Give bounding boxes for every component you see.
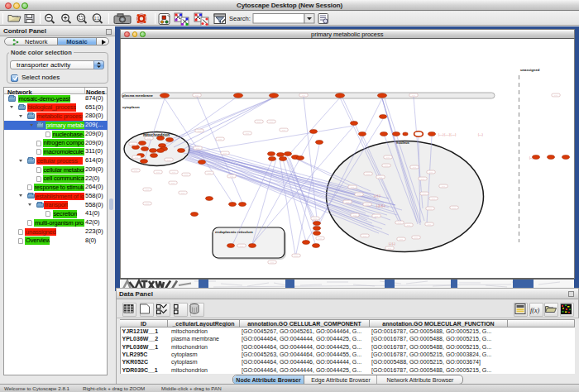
svg-text:cytoplasm: cytoplasm <box>122 105 140 109</box>
svg-text:(---): (---) <box>432 198 435 199</box>
svg-text:(---): (---) <box>313 218 317 219</box>
svg-text:(---): (---) <box>132 143 135 145</box>
svg-text:(---): (---) <box>366 203 369 205</box>
svg-text:(--) (--): (--) (--) <box>389 242 395 246</box>
svg-text:(---): (---) <box>351 186 354 188</box>
svg-text:(---): (---) <box>167 159 170 160</box>
svg-text:(---): (---) <box>398 222 401 223</box>
svg-text:(---): (---) <box>195 94 199 96</box>
svg-text:(---): (---) <box>171 182 175 184</box>
svg-text:(---): (---) <box>282 129 285 131</box>
svg-text:(---): (---) <box>529 156 534 160</box>
svg-text:(---): (---) <box>146 203 149 204</box>
svg-text:(---): (---) <box>134 170 137 171</box>
svg-text:(---): (---) <box>246 132 249 134</box>
svg-text:(---): (---) <box>346 201 349 203</box>
svg-text:(--)(--)(--): (--)(--)(--) <box>376 204 385 208</box>
svg-text:(---): (---) <box>388 247 391 249</box>
svg-text:(---): (---) <box>270 261 274 263</box>
svg-text:(---): (---) <box>147 137 151 139</box>
svg-text:(---): (---) <box>230 175 233 177</box>
svg-text:(----): (----) <box>478 133 483 136</box>
svg-text:(---): (---) <box>428 223 431 225</box>
svg-text:(---): (---) <box>363 235 366 237</box>
svg-text:(---): (---) <box>240 245 243 246</box>
svg-text:(---): (---) <box>318 237 322 239</box>
svg-text:(---): (---) <box>223 152 227 154</box>
svg-text:(---): (---) <box>385 165 388 166</box>
svg-text:(---): (---) <box>428 208 432 209</box>
svg-text:(---): (---) <box>198 130 201 131</box>
svg-text:(---): (---) <box>172 171 175 173</box>
svg-text:plasma membrane: plasma membrane <box>122 93 153 98</box>
svg-text:(-----) (-----) (-----): (-----) (-----) (-----) <box>438 133 456 136</box>
svg-text:(---): (---) <box>353 214 356 216</box>
svg-text:(---): (---) <box>554 94 557 96</box>
svg-text:(---): (---) <box>302 94 305 96</box>
svg-text:unassigned: unassigned <box>520 68 540 72</box>
svg-text:(---): (---) <box>413 166 416 168</box>
svg-text:(---): (---) <box>366 173 370 174</box>
svg-text:(---): (---) <box>414 237 418 238</box>
svg-text:(---): (---) <box>375 215 378 217</box>
svg-text:(---): (---) <box>412 94 415 96</box>
svg-text:(---): (---) <box>135 156 138 158</box>
svg-text:(---): (---) <box>156 171 160 173</box>
svg-text:Search:: Search: <box>229 15 251 22</box>
svg-text:(---): (---) <box>379 176 382 178</box>
svg-text:(---): (---) <box>196 147 199 149</box>
svg-text:mitochondrion: mitochondrion <box>143 133 170 137</box>
svg-text:(---): (---) <box>184 174 188 175</box>
svg-text:(---): (---) <box>181 192 184 194</box>
svg-text:(---): (---) <box>208 172 211 174</box>
svg-text:(---): (---) <box>146 189 149 190</box>
svg-text:(---): (---) <box>257 121 261 122</box>
svg-text:(---): (---) <box>294 255 298 256</box>
svg-text:(---): (---) <box>421 178 424 179</box>
svg-text:1:1: 1:1 <box>94 17 100 21</box>
svg-text:(---): (---) <box>270 121 273 122</box>
svg-text:(---): (---) <box>429 171 433 173</box>
svg-text:(---): (---) <box>218 138 222 140</box>
svg-text:(---): (---) <box>386 156 390 158</box>
svg-text:(---): (---) <box>357 194 361 195</box>
svg-text:endoplasmic reticulum: endoplasmic reticulum <box>215 230 253 234</box>
svg-text:(---): (---) <box>400 238 403 240</box>
svg-text:(---): (---) <box>452 207 456 208</box>
svg-text:(---): (---) <box>423 193 426 194</box>
svg-text:f(x): f(x) <box>530 307 539 314</box>
svg-text:(---): (---) <box>407 224 410 226</box>
svg-text:(--) (--): (--) (--) <box>374 194 380 198</box>
svg-text:(---): (---) <box>442 185 445 187</box>
